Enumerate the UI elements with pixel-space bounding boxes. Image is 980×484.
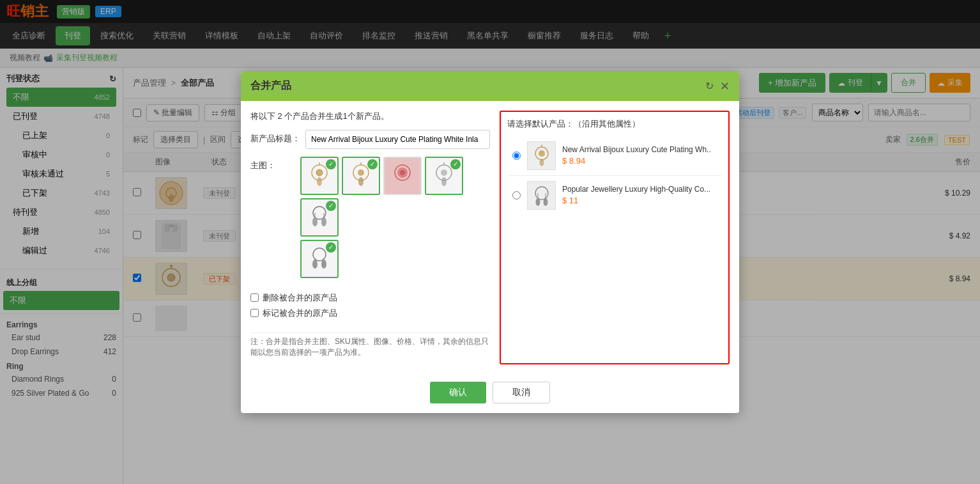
form-row-title: 新产品标题： — [250, 130, 490, 149]
svg-point-24 — [441, 169, 447, 176]
product-opt-2-price: $ 11 — [562, 196, 717, 205]
delete-original-checkbox[interactable] — [250, 293, 259, 302]
svg-point-41 — [544, 198, 548, 206]
product-opt-1-name: New Arrival Bijoux Luxury Cute Plating W… — [562, 145, 717, 154]
img-check-1: ✓ — [326, 159, 336, 169]
new-product-title-input[interactable] — [305, 130, 490, 149]
confirm-button[interactable]: 确认 — [430, 382, 486, 403]
form-row-image: 主图： ✓ — [250, 157, 490, 278]
modal-overlay[interactable]: 合并产品 ↻ ✕ 将以下 2 个产品合并生成1个新产品。 新产品标题： 主图： — [0, 0, 980, 484]
main-image-label: 主图： — [250, 157, 295, 171]
svg-point-33 — [312, 260, 318, 269]
img-thumb-6[interactable]: ✓ — [300, 240, 339, 278]
checkbox-row-2: 标记被合并的原产品 — [250, 308, 490, 319]
product-option-2[interactable]: Popular Jewellery Luxury High-Quality Co… — [507, 176, 722, 215]
svg-point-22 — [400, 170, 405, 175]
radio-product-2[interactable] — [512, 191, 521, 199]
modal-header: 合并产品 ↻ ✕ — [241, 72, 739, 101]
modal-checkboxes: 删除被合并的原产品 标记被合并的原产品 — [250, 286, 490, 329]
img-check-6: ✓ — [326, 242, 336, 253]
svg-point-32 — [313, 248, 326, 261]
svg-point-15 — [317, 177, 322, 186]
svg-point-26 — [441, 177, 447, 186]
svg-point-34 — [321, 260, 326, 269]
svg-point-13 — [316, 169, 323, 176]
product-opt-img-2 — [527, 181, 556, 210]
mark-original-checkbox[interactable] — [250, 309, 259, 317]
merge-modal: 合并产品 ↻ ✕ 将以下 2 个产品合并生成1个新产品。 新产品标题： 主图： — [241, 72, 739, 413]
img-thumb-5[interactable]: ✓ — [300, 198, 339, 237]
modal-refresh-button[interactable]: ↻ — [705, 80, 714, 92]
svg-point-29 — [321, 217, 326, 226]
svg-point-17 — [358, 169, 364, 176]
radio-product-1[interactable] — [512, 152, 521, 160]
img-check-5: ✓ — [326, 201, 336, 211]
modal-footer: 确认 取消 — [241, 374, 739, 413]
img-thumb-3[interactable] — [383, 157, 422, 195]
modal-note: 注：合并是指合并主图、SKU属性、图像、价格、详情，其余的信息只能以您当前选择的… — [250, 332, 490, 364]
svg-point-40 — [536, 198, 540, 206]
svg-point-28 — [312, 217, 318, 226]
img-thumb-1[interactable]: ✓ — [300, 157, 339, 195]
product-opt-2-name: Popular Jewellery Luxury High-Quality Co… — [562, 185, 717, 194]
new-product-label: 新产品标题： — [250, 130, 300, 144]
modal-title: 合并产品 — [250, 79, 291, 93]
modal-body: 将以下 2 个产品合并生成1个新产品。 新产品标题： 主图： — [241, 101, 739, 374]
modal-right: 请选择默认产品：（沿用其他属性） New Arrival Bi — [500, 111, 730, 364]
cancel-button[interactable]: 取消 — [493, 382, 550, 403]
modal-left: 将以下 2 个产品合并生成1个新产品。 新产品标题： 主图： — [250, 111, 490, 364]
img-check-2: ✓ — [367, 159, 378, 169]
img-thumb-4[interactable]: ✓ — [425, 157, 463, 195]
modal-close-button[interactable]: ✕ — [720, 79, 730, 93]
img-check-4: ✓ — [450, 159, 461, 169]
image-grid: ✓ ✓ — [300, 157, 490, 278]
select-default-label: 请选择默认产品：（沿用其他属性） — [507, 118, 722, 130]
svg-point-36 — [539, 150, 545, 157]
modal-description: 将以下 2 个产品合并生成1个新产品。 — [250, 111, 490, 122]
svg-point-19 — [358, 177, 364, 186]
svg-point-39 — [535, 187, 548, 199]
checkbox-row-1: 删除被合并的原产品 — [250, 292, 490, 304]
svg-point-38 — [540, 159, 544, 166]
product-option-1[interactable]: New Arrival Bijoux Luxury Cute Plating W… — [507, 136, 722, 176]
product-opt-img-1 — [527, 141, 556, 170]
img-thumb-2[interactable]: ✓ — [342, 157, 380, 195]
product-opt-1-price: $ 8.94 — [562, 156, 717, 166]
